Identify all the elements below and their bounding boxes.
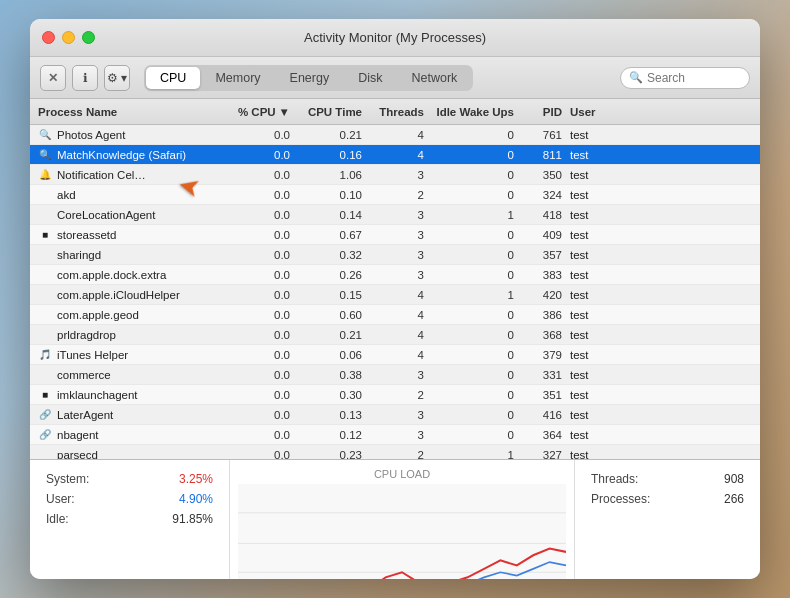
- table-scroll[interactable]: 🔍 Photos Agent 0.0 0.21 4 0 761 test 🔍 M…: [30, 125, 760, 459]
- table-header: Process Name % CPU ▼ CPU Time Threads Id…: [30, 99, 760, 125]
- header-user[interactable]: User: [570, 106, 625, 118]
- cpu-value: 0.0: [223, 289, 298, 301]
- maximize-button[interactable]: [82, 31, 95, 44]
- tab-energy[interactable]: Energy: [276, 67, 344, 89]
- search-input[interactable]: [647, 71, 741, 85]
- tab-network[interactable]: Network: [397, 67, 471, 89]
- threads-value: 4: [370, 329, 432, 341]
- threads-value: 3: [370, 409, 432, 421]
- process-name: akd: [57, 189, 223, 201]
- idle-value: 0: [432, 169, 522, 181]
- table-row[interactable]: com.apple.iCloudHelper 0.0 0.15 4 1 420 …: [30, 285, 760, 305]
- process-icon: [38, 208, 52, 222]
- activity-monitor-window: Activity Monitor (My Processes) ✕ ℹ ⚙ ▾ …: [30, 19, 760, 579]
- cpu-time-value: 0.21: [298, 129, 370, 141]
- table-row[interactable]: commerce 0.0 0.38 3 0 331 test: [30, 365, 760, 385]
- cpu-time-value: 0.06: [298, 349, 370, 361]
- pid-value: 351: [522, 389, 570, 401]
- bottom-panel: System: 3.25% User: 4.90% Idle: 91.85% C…: [30, 459, 760, 579]
- processes-value: 266: [724, 492, 744, 506]
- minimize-button[interactable]: [62, 31, 75, 44]
- pid-value: 383: [522, 269, 570, 281]
- threads-value: 2: [370, 189, 432, 201]
- table-row[interactable]: 🔔 Notification Cel… 0.0 1.06 3 0 350 tes…: [30, 165, 760, 185]
- process-name: LaterAgent: [57, 409, 223, 421]
- table-row[interactable]: 🔗 nbagent 0.0 0.12 3 0 364 test: [30, 425, 760, 445]
- process-name: Notification Cel…: [57, 169, 223, 181]
- gear-button[interactable]: ⚙ ▾: [104, 65, 130, 91]
- user-label: User:: [46, 492, 75, 506]
- table-row[interactable]: prldragdrop 0.0 0.21 4 0 368 test: [30, 325, 760, 345]
- table-body: 🔍 Photos Agent 0.0 0.21 4 0 761 test 🔍 M…: [30, 125, 760, 459]
- x-button[interactable]: ✕: [40, 65, 66, 91]
- header-threads[interactable]: Threads: [370, 106, 432, 118]
- tab-disk[interactable]: Disk: [344, 67, 396, 89]
- user-value: test: [570, 329, 625, 341]
- table-row[interactable]: 🎵 iTunes Helper 0.0 0.06 4 0 379 test: [30, 345, 760, 365]
- idle-value: 0: [432, 389, 522, 401]
- pid-value: 364: [522, 429, 570, 441]
- header-process[interactable]: Process Name: [38, 106, 223, 118]
- user-value: test: [570, 369, 625, 381]
- table-row[interactable]: com.apple.dock.extra 0.0 0.26 3 0 383 te…: [30, 265, 760, 285]
- process-icon: 🔍: [38, 148, 52, 162]
- cpu-value: 0.0: [223, 169, 298, 181]
- header-cpu[interactable]: % CPU ▼: [223, 106, 298, 118]
- header-cpu-time[interactable]: CPU Time: [298, 106, 370, 118]
- table-row[interactable]: CoreLocationAgent 0.0 0.14 3 1 418 test: [30, 205, 760, 225]
- process-icon: [38, 368, 52, 382]
- cpu-time-value: 0.26: [298, 269, 370, 281]
- process-name: com.apple.geod: [57, 309, 223, 321]
- chart-title: CPU LOAD: [374, 468, 430, 480]
- table-row[interactable]: 🔍 MatchKnowledge (Safari) 0.0 0.16 4 0 8…: [30, 145, 760, 165]
- table-row[interactable]: sharingd 0.0 0.32 3 0 357 test: [30, 245, 760, 265]
- table-row[interactable]: akd 0.0 0.10 2 0 324 test: [30, 185, 760, 205]
- threads-value: 3: [370, 429, 432, 441]
- user-value: test: [570, 189, 625, 201]
- pid-value: 416: [522, 409, 570, 421]
- pid-value: 761: [522, 129, 570, 141]
- process-name: com.apple.dock.extra: [57, 269, 223, 281]
- pid-value: 420: [522, 289, 570, 301]
- cpu-chart-panel: CPU LOAD: [230, 460, 575, 579]
- cpu-value: 0.0: [223, 409, 298, 421]
- cpu-time-value: 0.15: [298, 289, 370, 301]
- table-row[interactable]: parsecd 0.0 0.23 2 1 327 test: [30, 445, 760, 459]
- threads-value: 4: [370, 149, 432, 161]
- threads-value: 3: [370, 369, 432, 381]
- process-icon: 🔗: [38, 408, 52, 422]
- traffic-lights: [42, 31, 95, 44]
- threads-value: 4: [370, 289, 432, 301]
- tab-cpu[interactable]: CPU: [146, 67, 200, 89]
- cpu-value: 0.0: [223, 249, 298, 261]
- idle-value: 1: [432, 209, 522, 221]
- process-icon: ■: [38, 388, 52, 402]
- cpu-value: 0.0: [223, 129, 298, 141]
- table-row[interactable]: ■ storeassetd 0.0 0.67 3 0 409 test: [30, 225, 760, 245]
- process-name: CoreLocationAgent: [57, 209, 223, 221]
- info-button[interactable]: ℹ: [72, 65, 98, 91]
- table-row[interactable]: ■ imklaunchagent 0.0 0.30 2 0 351 test: [30, 385, 760, 405]
- table-row[interactable]: 🔗 LaterAgent 0.0 0.13 3 0 416 test: [30, 405, 760, 425]
- user-value: test: [570, 249, 625, 261]
- idle-value: 1: [432, 449, 522, 460]
- cpu-value: 0.0: [223, 369, 298, 381]
- header-pid[interactable]: PID: [522, 106, 570, 118]
- close-button[interactable]: [42, 31, 55, 44]
- search-box[interactable]: 🔍: [620, 67, 750, 89]
- cpu-time-value: 0.30: [298, 389, 370, 401]
- table-row[interactable]: com.apple.geod 0.0 0.60 4 0 386 test: [30, 305, 760, 325]
- header-idle-wake[interactable]: Idle Wake Ups: [432, 106, 522, 118]
- cpu-time-value: 1.06: [298, 169, 370, 181]
- tab-memory[interactable]: Memory: [201, 67, 274, 89]
- pid-value: 386: [522, 309, 570, 321]
- threads-value: 3: [370, 209, 432, 221]
- threads-value: 3: [370, 229, 432, 241]
- search-icon: 🔍: [629, 71, 643, 84]
- stats-panel: System: 3.25% User: 4.90% Idle: 91.85%: [30, 460, 230, 579]
- idle-value: 0: [432, 349, 522, 361]
- process-icon: 🔍: [38, 128, 52, 142]
- cpu-time-value: 0.60: [298, 309, 370, 321]
- table-row[interactable]: 🔍 Photos Agent 0.0 0.21 4 0 761 test: [30, 125, 760, 145]
- idle-stat-row: Idle: 91.85%: [46, 512, 213, 526]
